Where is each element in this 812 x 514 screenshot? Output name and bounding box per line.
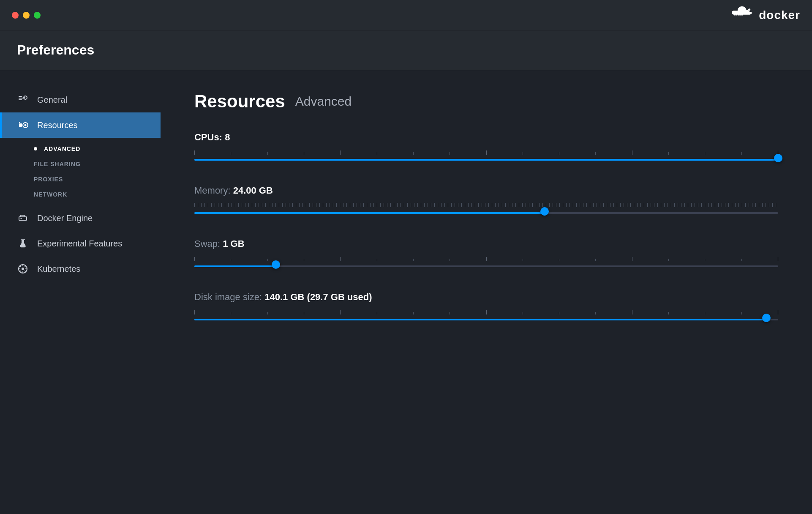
sidebar-item-experimental[interactable]: Experimental Features [0,231,161,256]
cpu-slider-section: CPUs: 8 [194,132,778,163]
engine-label: Docker Engine [37,213,93,223]
minimize-button[interactable] [23,12,30,19]
swap-value: 1 GB [223,238,244,249]
svg-rect-8 [19,122,20,123]
memory-slider-section: Memory: 24.00 GB [194,185,778,216]
close-button[interactable] [12,12,19,19]
disk-slider-section: Disk image size: 140.1 GB (29.7 GB used) [194,292,778,323]
kubernetes-icon [17,263,29,275]
swap-label: Swap: 1 GB [194,238,778,249]
resources-label: Resources [37,120,78,130]
cpu-slider-container [194,150,778,163]
general-label: General [37,95,67,105]
content-title: Resources [194,91,285,112]
submenu-advanced[interactable]: ADVANCED [0,141,161,156]
resources-icon [17,119,29,131]
content-header: Resources Advanced [194,91,778,112]
cpu-ticks [194,150,778,155]
disk-slider-container [194,309,778,323]
sidebar: General Resources ADVANCED FILE SHARING [0,70,161,514]
page-header: Preferences [0,30,812,70]
submenu-network[interactable]: NETWORK [0,187,161,202]
app-name-label: docker [759,8,800,22]
submenu-file-sharing[interactable]: FILE SHARING [0,156,161,172]
swap-slider-section: Swap: 1 GB [194,238,778,270]
kubernetes-label: Kubernetes [37,264,80,274]
svg-point-0 [748,8,750,11]
docker-whale-icon [732,6,754,25]
general-icon [17,94,29,106]
main-layout: General Resources ADVANCED FILE SHARING [0,70,812,514]
content-subtitle: Advanced [295,94,352,109]
resources-submenu: ADVANCED FILE SHARING PROXIES NETWORK [0,138,161,205]
disk-ticks [194,309,778,314]
svg-rect-1 [19,96,22,97]
svg-rect-3 [19,99,22,100]
bullet-icon [34,147,37,150]
swap-ticks [194,256,778,261]
file-sharing-label: FILE SHARING [34,161,81,167]
sidebar-item-kubernetes[interactable]: Kubernetes [0,256,161,282]
memory-label: Memory: 24.00 GB [194,185,778,196]
network-label: NETWORK [34,191,67,198]
titlebar: docker [0,0,812,30]
submenu-proxies[interactable]: PROXIES [0,172,161,187]
maximize-button[interactable] [34,12,41,19]
page-title: Preferences [17,42,795,58]
cpu-value: 8 [225,132,230,142]
experimental-label: Experimental Features [37,239,122,249]
memory-value: 24.00 GB [233,185,273,196]
content-area: Resources Advanced CPUs: 8 Memory: 24.00… [161,70,812,514]
docker-logo: docker [732,6,800,25]
proxies-label: PROXIES [34,176,63,183]
disk-label: Disk image size: 140.1 GB (29.7 GB used) [194,292,778,303]
svg-point-14 [22,268,24,270]
experimental-icon [17,238,29,249]
cpu-label-prefix: CPUs: [194,132,225,142]
advanced-label: ADVANCED [44,145,80,152]
sidebar-item-general[interactable]: General [0,87,161,112]
sidebar-item-resources[interactable]: Resources [0,112,161,138]
cpu-label: CPUs: 8 [194,132,778,143]
svg-rect-7 [19,123,22,127]
swap-slider-container [194,256,778,270]
svg-point-10 [25,124,27,126]
svg-point-12 [22,245,23,246]
sidebar-item-docker-engine[interactable]: Docker Engine [0,205,161,231]
disk-value: 140.1 GB (29.7 GB used) [264,292,372,302]
traffic-lights [12,12,41,19]
memory-ticks [194,203,778,207]
engine-icon [17,212,29,224]
memory-slider-container [194,203,778,216]
svg-point-11 [21,218,22,219]
